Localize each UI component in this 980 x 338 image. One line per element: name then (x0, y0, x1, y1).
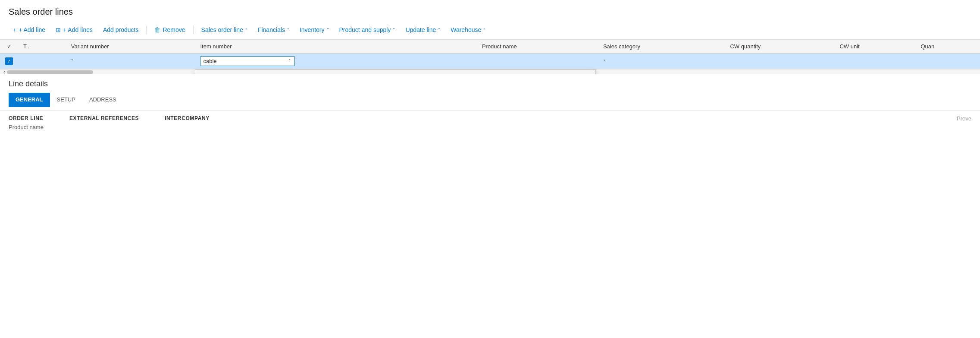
add-lines-label: + Add lines (63, 26, 93, 33)
row-cw-quantity-cell (725, 54, 834, 69)
dropdown-header: Search name ⊽ Item number ↑ Product name (195, 70, 595, 74)
table-row: ✓ ˅ ˅ (0, 54, 980, 69)
row-variant-cell: ˅ (66, 54, 195, 69)
update-line-button[interactable]: Update line ˅ (401, 24, 445, 36)
row-check-icon: ✓ (5, 57, 13, 65)
row-sales-category-cell: ˅ (598, 54, 725, 69)
external-references-label: EXTERNAL REFERENCES (69, 115, 139, 121)
add-line-button[interactable]: + + Add line (9, 24, 50, 36)
chevron-down-icon-2: ˅ (287, 28, 289, 32)
row-t-cell (18, 54, 66, 69)
preve-label: Preve (957, 115, 971, 130)
chevron-down-icon-5: ˅ (438, 28, 440, 32)
add-line-label: + Add line (19, 26, 45, 33)
col-cw-unit: CW unit (834, 40, 915, 54)
order-line-label: ORDER LINE (9, 115, 44, 121)
inventory-button[interactable]: Inventory ˅ (295, 24, 333, 36)
add-products-label: Add products (103, 26, 139, 33)
sales-order-table: ✓ T... Variant number Item number Produc… (0, 40, 980, 69)
intercompany-section: INTERCOMPANY (165, 115, 210, 130)
col-cw-quantity: CW quantity (725, 40, 834, 54)
add-line-icon: + (13, 26, 16, 33)
col-sales-category: Sales category (598, 40, 725, 54)
item-number-input[interactable] (203, 58, 288, 64)
bottom-sections: ORDER LINE Product name EXTERNAL REFEREN… (0, 111, 980, 130)
line-details-title: Line details (9, 79, 971, 88)
item-number-dropdown-popup: Search name ⊽ Item number ↑ Product name (195, 69, 596, 74)
page-title: Sales order lines (0, 0, 980, 20)
remove-label: Remove (163, 26, 185, 33)
chevron-down-icon-4: ˅ (393, 28, 395, 32)
inventory-label: Inventory (300, 26, 325, 33)
chevron-down-icon-6: ˅ (483, 28, 485, 32)
line-details-section: Line details GENERAL SETUP ADDRESS (0, 74, 980, 107)
product-name-field: Product name (9, 124, 44, 130)
chevron-down-icon: ˅ (245, 28, 247, 32)
col-variant: Variant number (66, 40, 195, 54)
remove-button[interactable]: 🗑 Remove (150, 24, 189, 36)
trash-icon: 🗑 (154, 26, 160, 33)
row-check-cell[interactable]: ✓ (0, 54, 18, 69)
financials-label: Financials (258, 26, 285, 33)
item-number-dropdown-btn[interactable]: ˅ (288, 58, 292, 64)
col-t: T... (18, 40, 66, 54)
toolbar: + + Add line ⊞ + Add lines Add products … (0, 20, 980, 40)
row-cw-unit-cell (834, 54, 915, 69)
intercompany-label: INTERCOMPANY (165, 115, 210, 121)
tab-bar: GENERAL SETUP ADDRESS (9, 93, 971, 107)
add-lines-button[interactable]: ⊞ + Add lines (51, 24, 97, 36)
item-number-input-wrapper: ˅ (200, 56, 295, 66)
item-type-col-label: Item type (576, 73, 590, 74)
col-item-number: Item number (195, 40, 476, 54)
popup-col-item-type: Item type (576, 73, 590, 74)
scrollbar-thumb[interactable] (7, 70, 93, 74)
row-quan-cell (915, 54, 980, 69)
update-line-label: Update line (405, 26, 436, 33)
add-products-button[interactable]: Add products (99, 24, 143, 36)
variant-chevron-icon: ˅ (71, 59, 73, 63)
tab-setup[interactable]: SETUP (50, 93, 82, 107)
product-and-supply-label: Product and supply (339, 26, 391, 33)
warehouse-label: Warehouse (451, 26, 481, 33)
row-item-number-cell: ˅ Search name ⊽ Item numb (195, 54, 476, 69)
external-references-section: EXTERNAL REFERENCES (69, 115, 139, 130)
warehouse-button[interactable]: Warehouse ˅ (446, 24, 490, 36)
separator-1 (146, 25, 147, 34)
row-product-name-cell (477, 54, 598, 69)
scroll-left-icon[interactable]: ‹ (2, 69, 7, 75)
product-and-supply-button[interactable]: Product and supply ˅ (335, 24, 400, 36)
col-quan: Quan (915, 40, 980, 54)
tab-address[interactable]: ADDRESS (82, 93, 123, 107)
add-lines-icon: ⊞ (56, 26, 61, 33)
financials-button[interactable]: Financials ˅ (254, 24, 294, 36)
table-header-row: ✓ T... Variant number Item number Produc… (0, 40, 980, 54)
sales-order-line-label: Sales order line (201, 26, 243, 33)
check-all-icon: ✓ (7, 43, 12, 50)
col-product-name: Product name (477, 40, 598, 54)
order-line-section: ORDER LINE Product name (9, 115, 44, 130)
sales-category-chevron-icon: ˅ (603, 59, 605, 64)
col-check[interactable]: ✓ (0, 40, 18, 54)
table-area: ✓ T... Variant number Item number Produc… (0, 40, 980, 74)
chevron-down-icon-3: ˅ (327, 28, 329, 32)
separator-2 (193, 25, 194, 34)
tab-general[interactable]: GENERAL (9, 93, 50, 107)
sales-order-line-button[interactable]: Sales order line ˅ (197, 24, 252, 36)
